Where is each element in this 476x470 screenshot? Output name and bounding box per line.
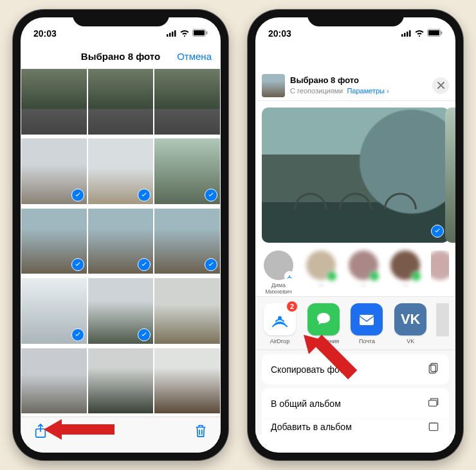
photo-cell[interactable]: [21, 138, 87, 204]
svg-rect-22: [429, 400, 437, 406]
app-label: VK: [407, 338, 414, 344]
chevron-right-icon: ›: [387, 87, 389, 95]
shared-album-icon: [427, 396, 440, 411]
share-title-block: Выбрано 8 фото С геопозициями Параметры …: [290, 75, 427, 95]
svg-rect-3: [174, 30, 176, 37]
annotation-arrow-icon: [44, 418, 114, 444]
status-time: 20:03: [33, 28, 57, 39]
photo-cell[interactable]: [88, 138, 154, 204]
photo-cell[interactable]: [154, 69, 220, 135]
svg-rect-19: [360, 315, 374, 325]
notch: [307, 10, 404, 26]
share-contacts-row[interactable]: Дима Михневич — — —: [255, 247, 455, 297]
share-contact[interactable]: Дима Михневич: [262, 250, 295, 295]
share-contact[interactable]: —: [347, 250, 380, 295]
battery-icon: [427, 28, 443, 39]
selected-check-icon: [138, 258, 151, 271]
page-title: Выбрано 8 фото: [81, 51, 160, 62]
svg-marker-8: [44, 419, 62, 440]
svg-rect-9: [60, 424, 114, 435]
share-contact[interactable]: —: [304, 250, 338, 295]
svg-rect-16: [441, 32, 443, 35]
messages-badge-icon: [411, 271, 421, 281]
share-title: Выбрано 8 фото: [290, 75, 427, 86]
share-preview-area[interactable]: [255, 101, 455, 247]
phone-right: 20:03 Выбрано 8 фото С геопозициями: [248, 10, 463, 460]
share-sheet-header: Выбрано 8 фото С геопозициями Параметры …: [255, 66, 455, 101]
status-indicators: [401, 28, 443, 39]
notification-badge: 2: [286, 301, 298, 312]
svg-point-17: [289, 276, 290, 277]
photo-cell[interactable]: [21, 278, 87, 344]
selected-check-icon: [138, 189, 151, 202]
airdrop-badge-icon: [284, 271, 295, 281]
photo-cell[interactable]: [154, 348, 220, 414]
action-add-album[interactable]: Добавить в альбом: [262, 419, 449, 435]
share-contact[interactable]: [431, 250, 449, 295]
svg-rect-25: [313, 335, 357, 379]
mail-icon: [351, 303, 383, 335]
action-shared-album[interactable]: В общий альбом: [262, 388, 449, 418]
signal-icon: [167, 28, 177, 39]
app-icon: [436, 303, 449, 335]
app-vk[interactable]: VK VK: [392, 303, 428, 344]
screen-photo-select: 20:03 Выбрано 8 фото Отмена: [21, 17, 221, 453]
messages-badge-icon: [369, 271, 380, 281]
share-contact[interactable]: —: [389, 250, 422, 295]
photo-cell[interactable]: [21, 209, 87, 274]
status-time: 20:03: [268, 28, 291, 39]
cancel-button[interactable]: Отмена: [177, 51, 212, 62]
app-more[interactable]: [436, 303, 449, 344]
photo-cell[interactable]: [88, 209, 154, 274]
svg-rect-13: [409, 30, 411, 37]
phone-left: 20:03 Выбрано 8 фото Отмена: [13, 10, 228, 460]
share-subtitle: С геопозициями Параметры ›: [290, 86, 427, 95]
notch: [73, 10, 169, 26]
share-preview-next[interactable]: [445, 108, 455, 243]
selected-check-icon: [71, 328, 84, 341]
svg-rect-10: [401, 34, 403, 37]
share-preview-photo[interactable]: [262, 108, 449, 243]
svg-rect-12: [407, 32, 408, 37]
svg-rect-5: [194, 30, 205, 35]
selected-check-icon: [71, 258, 84, 271]
share-thumbnail: [262, 74, 285, 97]
photo-cell[interactable]: [88, 348, 154, 414]
trash-button[interactable]: [194, 423, 208, 441]
photo-cell[interactable]: [88, 69, 154, 135]
app-airdrop[interactable]: 2 AirDrop: [262, 303, 298, 344]
wifi-icon: [414, 28, 425, 39]
status-indicators: [167, 28, 208, 39]
selected-check-icon: [71, 189, 84, 202]
svg-rect-6: [206, 32, 208, 35]
annotation-arrow-icon: [304, 335, 362, 386]
copy-icon: [427, 362, 440, 377]
photo-cell[interactable]: [154, 209, 220, 274]
wifi-icon: [179, 28, 190, 39]
svg-rect-1: [169, 33, 171, 37]
app-label: AirDrop: [270, 338, 290, 344]
screen-share-sheet: 20:03 Выбрано 8 фото С геопозициями: [255, 17, 455, 453]
svg-rect-15: [428, 30, 439, 35]
svg-rect-2: [172, 32, 174, 37]
messages-badge-icon: [327, 271, 337, 281]
svg-rect-11: [404, 33, 406, 37]
vk-icon: VK: [394, 303, 426, 335]
messages-icon: [307, 303, 340, 335]
contact-name: Дима Михневич: [262, 282, 295, 295]
photo-cell[interactable]: [154, 278, 220, 344]
svg-rect-0: [167, 34, 169, 37]
selected-check-icon: [138, 328, 151, 341]
share-options-link[interactable]: Параметры: [347, 87, 385, 95]
photo-cell[interactable]: [154, 138, 220, 204]
selected-check-icon: [205, 258, 217, 271]
photo-grid[interactable]: [21, 69, 221, 417]
album-icon: [427, 420, 440, 435]
photo-cell[interactable]: [88, 278, 154, 344]
photo-cell[interactable]: [21, 69, 87, 135]
photo-cell[interactable]: [21, 348, 87, 414]
selected-check-icon: [431, 225, 444, 238]
signal-icon: [401, 28, 412, 39]
close-button[interactable]: [432, 77, 449, 94]
nav-header: Выбрано 8 фото Отмена: [21, 43, 221, 69]
